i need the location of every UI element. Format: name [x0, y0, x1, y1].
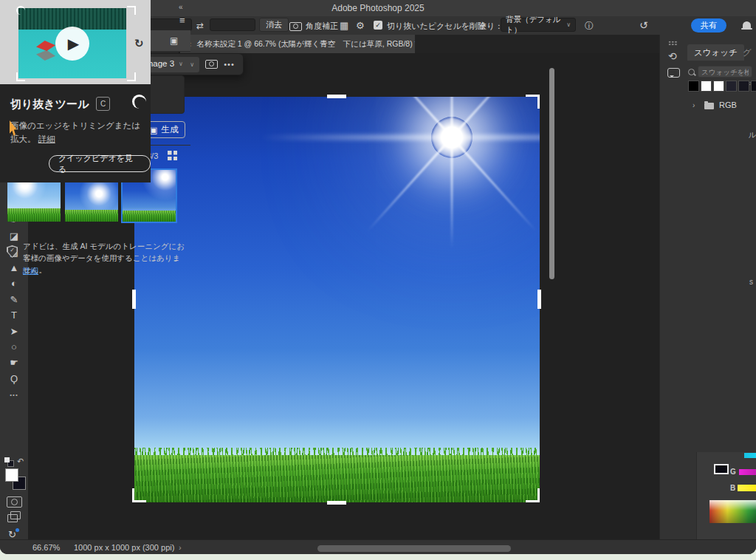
tab-label: 名称未設定 1 @ 66.7% (太陽が輝く青空 下には草原, RGB/8) * — [196, 39, 415, 49]
crop-handle-left-middle[interactable] — [132, 290, 136, 309]
crop-handle-top-middle[interactable] — [327, 95, 346, 98]
fill-label: 塗り： — [478, 21, 503, 32]
color-spectrum-ramp[interactable] — [709, 500, 756, 523]
clear-button[interactable]: 消去 — [259, 18, 289, 32]
overlay-grid-icon[interactable]: ▦ — [340, 20, 348, 31]
screen-mode-icon[interactable] — [7, 514, 18, 522]
photoshop-window: Adobe Photoshop 2025 ⌂ ∨ 比率 ∨ ⇄ 消去 角度補正 … — [0, 0, 756, 554]
document-tab-active[interactable]: × 名称未設定 1 @ 66.7% (太陽が輝く青空 下には草原, RGB/8)… — [180, 35, 415, 53]
play-icon: ▶ — [68, 35, 79, 52]
color-swatch-4[interactable] — [726, 81, 737, 92]
zoom-level-field[interactable]: 66.67% — [32, 543, 60, 552]
zoom-tool-icon: Ϙ — [10, 373, 18, 384]
fill-mode-select[interactable]: 背景（デフォルト） ∨ — [501, 18, 576, 32]
color-swatch-1[interactable] — [688, 81, 699, 92]
color-swatch-6[interactable] — [751, 81, 756, 92]
crop-handle-top-right[interactable] — [526, 95, 540, 109]
crop-width-input[interactable] — [146, 18, 192, 31]
taskbar-more-icon[interactable]: ••• — [224, 60, 235, 69]
quick-video-button[interactable]: クイックビデオを見る — [49, 155, 151, 172]
tooltip-details-link[interactable]: 詳細 — [38, 134, 55, 143]
sync-update-icon[interactable]: ↻ — [8, 529, 16, 540]
status-bar: 66.67% 1000 px x 1000 px (300 ppi) › — [0, 539, 756, 554]
share-button[interactable]: 共有 — [691, 18, 726, 33]
chevron-down-icon: ∨ — [179, 61, 183, 67]
ellipse-tool[interactable]: ○ — [0, 339, 28, 355]
color-panel-foreground-chip[interactable] — [714, 464, 729, 474]
red-slider-fragment[interactable] — [744, 453, 756, 458]
swatch-folder-label[interactable]: RGB — [719, 100, 737, 109]
demo-crop-handle — [16, 72, 25, 81]
blue-slider[interactable] — [738, 485, 756, 491]
notifications-bell-icon[interactable] — [743, 21, 751, 28]
swatch-search — [688, 66, 755, 78]
crop-settings-gear-icon[interactable]: ⚙ — [356, 20, 365, 31]
check-icon: ✓ — [375, 21, 381, 29]
fill-mode-value: 背景（デフォルト） — [506, 15, 566, 35]
color-panel-partial: G B — [696, 452, 756, 539]
more-tools[interactable]: ••• — [0, 386, 28, 402]
delete-cropped-pixels-checkbox[interactable]: ✓ — [374, 21, 382, 30]
pen-tool[interactable]: ✎ — [0, 292, 28, 307]
color-swatch-3[interactable] — [713, 81, 724, 92]
video-kayak-reflection — [36, 50, 55, 61]
path-selection-tool-icon: ➤ — [10, 326, 18, 337]
hand-tool[interactable]: ☛ — [0, 355, 28, 370]
canvas-horizontal-scrollbar[interactable] — [317, 545, 511, 552]
foreground-color-swatch[interactable] — [5, 468, 18, 482]
taskbar-straighten-icon[interactable] — [205, 60, 218, 69]
tab-gradients[interactable]: グラデ — [736, 44, 756, 61]
color-swatch-5[interactable] — [738, 81, 749, 92]
version-history-icon[interactable]: ⟲ — [668, 50, 677, 62]
play-button[interactable]: ▶ — [55, 27, 89, 61]
dodge-tool[interactable]: ◐ — [0, 276, 28, 291]
quick-mask-icon[interactable] — [7, 496, 22, 508]
disclaimer-details-link[interactable]: 詳細 — [23, 266, 38, 276]
crop-handle-bottom-left[interactable] — [132, 488, 146, 502]
tutorial-video-thumbnail[interactable]: ▶ — [18, 8, 126, 78]
sun-ray — [260, 136, 540, 140]
swatch-search-input[interactable] — [698, 66, 752, 78]
more-tools-icon: ••• — [10, 392, 18, 398]
crop-height-input[interactable] — [210, 18, 255, 31]
tooltip-video-area: ▶ ↻ — [0, 0, 151, 84]
swap-dimensions-icon[interactable]: ⇄ — [196, 21, 204, 31]
comments-icon[interactable] — [667, 68, 680, 78]
type-tool[interactable]: T — [0, 307, 28, 323]
crop-handle-bottom-middle[interactable] — [327, 501, 346, 505]
chevron-down-icon: ∨ — [190, 61, 194, 68]
layer-options-icon[interactable]: ▣ — [170, 35, 178, 46]
delete-cropped-pixels-label[interactable]: 切り抜いたピクセルを削除 — [387, 21, 486, 32]
folder-expand-icon[interactable]: › — [693, 101, 695, 109]
sun — [431, 117, 472, 158]
grid-view-icon[interactable] — [168, 151, 177, 160]
zoom-tool[interactable]: Ϙ — [0, 371, 28, 386]
straighten-camera-icon[interactable] — [289, 22, 302, 31]
color-swatch-2[interactable] — [701, 81, 712, 92]
canvas-vertical-scrollbar[interactable] — [549, 68, 554, 279]
document-canvas-image[interactable] — [134, 97, 540, 502]
crop-handle-top-left[interactable] — [132, 95, 146, 109]
clipped-panel-label-fragment: s — [749, 278, 753, 286]
swap-colors-icon[interactable]: ↶ — [17, 457, 24, 466]
tooltip-body: 切り抜きツール C 画像のエッジをトリミングまたは拡大。 詳細 クイックビデオを… — [0, 84, 151, 182]
document-dimensions: 1000 px x 1000 px (300 ppi) — [74, 543, 174, 552]
crop-handle-bottom-right[interactable] — [526, 488, 540, 502]
collapse-panel-icon[interactable]: « — [179, 3, 183, 11]
crop-handle-right-middle[interactable] — [537, 290, 541, 309]
status-chevron-icon[interactable]: › — [179, 543, 182, 552]
rail-grip[interactable] — [668, 41, 678, 46]
clipped-panel-label-fragment: ル — [749, 130, 756, 140]
shortcut-key-badge: C — [96, 97, 110, 111]
folder-icon — [704, 103, 714, 109]
search-icon — [688, 69, 695, 75]
pen-tool-icon: ✎ — [10, 294, 18, 305]
reset-tool-icon[interactable]: ↺ — [639, 19, 648, 31]
panel-menu-icon[interactable]: ≡ — [179, 15, 185, 26]
tooltip-description: 画像のエッジをトリミングまたは拡大。 詳細 — [10, 120, 142, 146]
path-selection-tool[interactable]: ➤ — [0, 324, 28, 339]
info-icon[interactable]: ⓘ — [585, 20, 594, 33]
straighten-label[interactable]: 角度補正 — [306, 21, 338, 32]
green-slider[interactable] — [739, 469, 756, 475]
default-colors-icon[interactable] — [4, 457, 13, 466]
